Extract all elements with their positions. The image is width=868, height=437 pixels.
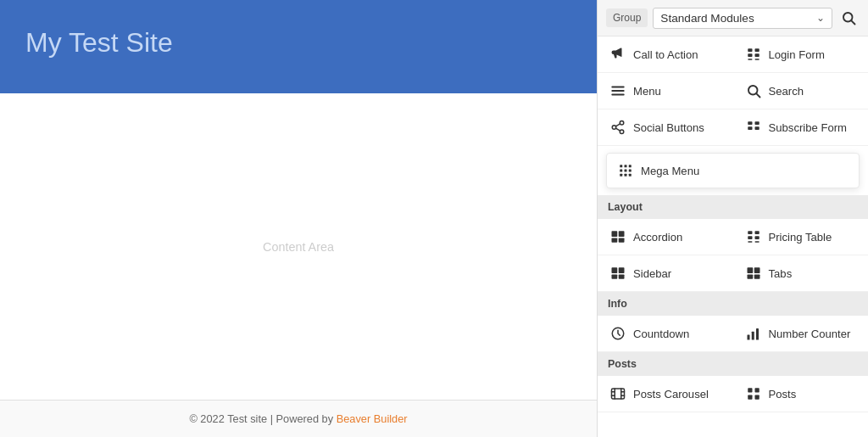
basic-modules-grid: Call to Action Login Form bbox=[598, 36, 868, 146]
svg-rect-7 bbox=[754, 59, 759, 60]
layout-modules-grid: Accordion Pricing Table bbox=[598, 219, 868, 292]
svg-line-17 bbox=[615, 124, 620, 126]
section-header-info: Info bbox=[598, 292, 868, 316]
module-label: Sidebar bbox=[633, 267, 671, 280]
search-button[interactable] bbox=[837, 7, 860, 29]
module-item-login-form[interactable]: Login Form bbox=[733, 36, 869, 73]
svg-rect-38 bbox=[754, 236, 759, 239]
posts-modules-grid: Posts Carousel Posts bbox=[598, 376, 868, 412]
module-item-menu[interactable]: Menu bbox=[598, 73, 733, 109]
site-content: Content Area bbox=[0, 93, 597, 400]
footer-text: © 2022 Test site | Powered by bbox=[189, 412, 333, 425]
module-label: Subscribe Form bbox=[769, 121, 848, 134]
module-label: Call to Action bbox=[633, 48, 698, 61]
svg-rect-5 bbox=[754, 53, 759, 57]
module-item-social-buttons[interactable]: Social Buttons bbox=[598, 109, 733, 146]
svg-line-12 bbox=[756, 93, 760, 97]
svg-rect-4 bbox=[748, 53, 752, 57]
module-label: Pricing Table bbox=[769, 231, 832, 244]
module-item-countdown[interactable]: Countdown bbox=[598, 316, 733, 352]
footer-link[interactable]: Beaver Builder bbox=[337, 412, 408, 425]
svg-rect-34 bbox=[619, 238, 625, 243]
svg-rect-61 bbox=[754, 388, 759, 392]
module-label: Mega Menu bbox=[641, 165, 699, 177]
svg-rect-44 bbox=[619, 275, 625, 279]
svg-rect-42 bbox=[619, 267, 625, 273]
section-header-posts: Posts bbox=[598, 352, 868, 376]
svg-rect-27 bbox=[629, 170, 632, 172]
group-select-value: Standard Modules bbox=[660, 12, 754, 25]
group-select-dropdown[interactable]: Standard Modules ⌄ bbox=[653, 8, 832, 29]
module-item-mega-menu[interactable]: Mega Menu bbox=[606, 153, 860, 188]
site-header: My Test Site bbox=[0, 0, 597, 93]
svg-rect-18 bbox=[748, 121, 752, 125]
svg-rect-33 bbox=[612, 238, 618, 243]
section-label: Posts bbox=[608, 358, 637, 370]
site-title: My Test Site bbox=[25, 27, 173, 59]
svg-rect-53 bbox=[612, 389, 625, 399]
film-icon bbox=[609, 385, 626, 402]
subscribe-icon bbox=[745, 119, 762, 136]
accordion-icon bbox=[609, 228, 626, 245]
sidebar-icon bbox=[609, 265, 626, 282]
pricing-table-icon bbox=[745, 228, 762, 245]
section-header-layout: Layout bbox=[598, 195, 868, 219]
info-modules-grid: Countdown Number Counter bbox=[598, 316, 868, 352]
modules-panel: Group Standard Modules ⌄ bbox=[597, 0, 868, 437]
svg-rect-2 bbox=[748, 48, 752, 52]
module-item-sidebar[interactable]: Sidebar bbox=[598, 255, 733, 292]
svg-rect-21 bbox=[754, 126, 759, 130]
module-item-posts-carousel[interactable]: Posts Carousel bbox=[598, 376, 733, 412]
mega-menu-icon bbox=[617, 162, 634, 179]
svg-rect-36 bbox=[754, 231, 759, 234]
module-item-subscribe-form[interactable]: Subscribe Form bbox=[733, 109, 869, 146]
panel-top-bar: Group Standard Modules ⌄ bbox=[598, 0, 868, 36]
svg-rect-60 bbox=[748, 388, 752, 392]
share-icon bbox=[609, 119, 626, 136]
module-item-accordion[interactable]: Accordion bbox=[598, 219, 733, 255]
module-item-tabs[interactable]: Tabs bbox=[733, 255, 869, 292]
module-item-number-counter[interactable]: Number Counter bbox=[733, 316, 869, 352]
module-label: Number Counter bbox=[769, 328, 851, 340]
posts-icon bbox=[745, 385, 762, 402]
module-label: Accordion bbox=[633, 231, 682, 244]
svg-rect-6 bbox=[748, 59, 752, 60]
svg-rect-22 bbox=[620, 165, 622, 167]
grid-icon bbox=[745, 46, 762, 63]
svg-rect-51 bbox=[751, 332, 754, 340]
svg-rect-19 bbox=[754, 121, 759, 125]
svg-rect-52 bbox=[756, 328, 759, 340]
svg-rect-50 bbox=[747, 335, 749, 340]
svg-rect-40 bbox=[754, 241, 759, 243]
module-label: Posts bbox=[769, 388, 797, 401]
module-label: Posts Carousel bbox=[633, 388, 709, 401]
module-label: Tabs bbox=[769, 267, 793, 280]
megaphone-icon bbox=[609, 46, 626, 63]
modules-scroll[interactable]: Call to Action Login Form bbox=[598, 36, 868, 437]
svg-rect-30 bbox=[629, 174, 632, 176]
chevron-down-icon: ⌄ bbox=[816, 12, 825, 24]
module-item-posts[interactable]: Posts bbox=[733, 376, 869, 412]
svg-line-16 bbox=[615, 128, 620, 131]
module-item-call-to-action[interactable]: Call to Action bbox=[598, 36, 733, 73]
page-wrapper: My Test Site Content Area © 2022 Test si… bbox=[0, 0, 868, 437]
svg-rect-29 bbox=[625, 174, 627, 176]
svg-rect-24 bbox=[629, 165, 632, 167]
svg-rect-43 bbox=[612, 275, 618, 279]
svg-rect-23 bbox=[625, 165, 627, 167]
mega-menu-row: Mega Menu bbox=[598, 146, 868, 195]
module-label: Menu bbox=[633, 85, 661, 98]
svg-rect-26 bbox=[625, 170, 627, 172]
tabs-icon bbox=[745, 265, 762, 282]
module-label: Social Buttons bbox=[633, 121, 704, 134]
svg-rect-63 bbox=[754, 395, 759, 400]
module-item-pricing-table[interactable]: Pricing Table bbox=[733, 219, 869, 255]
svg-rect-41 bbox=[612, 267, 618, 273]
clock-icon bbox=[609, 325, 626, 342]
module-item-search[interactable]: Search bbox=[733, 73, 869, 109]
bar-chart-icon bbox=[745, 325, 762, 342]
menu-icon bbox=[609, 82, 626, 99]
svg-rect-48 bbox=[754, 275, 760, 279]
module-label: Countdown bbox=[633, 328, 689, 340]
site-preview: My Test Site Content Area © 2022 Test si… bbox=[0, 0, 597, 437]
